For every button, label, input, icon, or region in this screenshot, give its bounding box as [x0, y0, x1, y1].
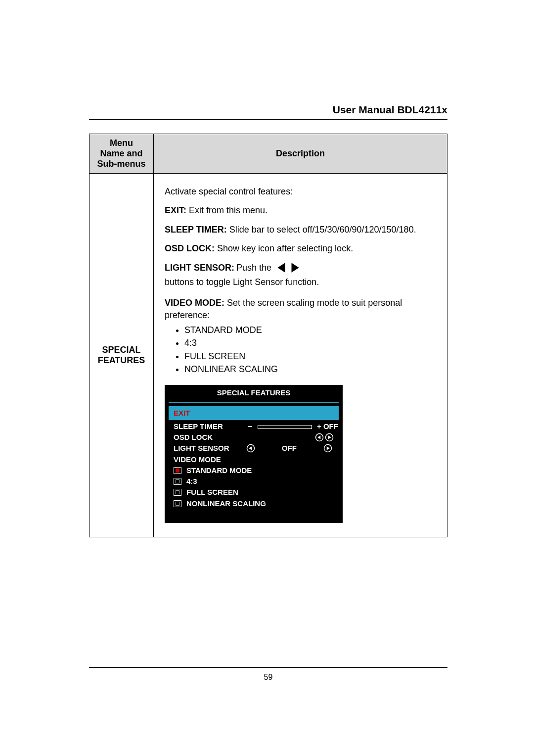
svg-marker-5: [328, 435, 331, 439]
circle-right-icon: [325, 433, 334, 442]
sleep-label: SLEEP TIMER:: [165, 225, 227, 235]
table-header-row: Menu Name and Sub-menus Description: [89, 134, 447, 174]
radio-unselected-icon: [174, 478, 181, 485]
osd-mode-43-row: 4:3: [169, 476, 339, 487]
radio-unselected-icon: [174, 500, 181, 507]
list-item: STANDARD MODE: [184, 324, 436, 337]
osd-lock-arrows: [310, 433, 334, 442]
osd-light-label: LIGHT SENSOR: [174, 443, 243, 453]
circle-left-icon: [245, 444, 257, 453]
page-footer: 59: [89, 667, 447, 682]
osd-mode-label: NONLINEAR SCALING: [186, 499, 266, 509]
list-item: FULL SCREEN: [184, 350, 436, 363]
menu-name-line: FEATURES: [94, 355, 148, 366]
osd-exit-row: EXIT: [169, 406, 339, 420]
col2-header: Description: [154, 134, 447, 174]
videomode-label: VIDEO MODE:: [165, 298, 224, 308]
osd-light-row: LIGHT SENSOR OFF: [169, 443, 339, 454]
lightsensor-line: LIGHT SENSOR: Push the buttons to toggle…: [165, 261, 436, 288]
exit-text: Exit from this menu.: [186, 205, 267, 215]
list-item: 4:3: [184, 337, 436, 350]
osdlock-text: Show key icon after selecting lock.: [215, 243, 353, 253]
header-rule: [89, 119, 447, 120]
osdlock-line: OSD LOCK: Show key icon after selecting …: [165, 242, 436, 254]
radio-unselected-icon: [174, 489, 181, 496]
osd-mode-label: STANDARD MODE: [186, 466, 252, 475]
table-row: SPECIAL FEATURES Activate special contro…: [89, 174, 447, 537]
sleep-line: SLEEP TIMER: Slide bar to select off/15/…: [165, 224, 436, 236]
intro-text: Activate special control features:: [165, 186, 436, 197]
videomode-line: VIDEO MODE: Set the screen scaling mode …: [165, 297, 436, 321]
osd-mode-label: 4:3: [186, 476, 197, 486]
osd-sleep-row: SLEEP TIMER − + OFF: [169, 421, 339, 432]
osd-mode-label: FULL SCREEN: [186, 487, 238, 497]
osd-lock-label: OSD LOCK: [174, 432, 243, 442]
col1-header-line: Name and: [94, 148, 148, 159]
osd-minus-icon: −: [244, 422, 257, 431]
triangle-left-icon: [275, 261, 288, 274]
osd-lock-row: OSD LOCK: [169, 432, 339, 443]
osd-mode-standard-row: STANDARD MODE: [169, 465, 339, 476]
description-cell: Activate special control features: EXIT:…: [154, 174, 447, 537]
menu-name-cell: SPECIAL FEATURES: [89, 174, 154, 537]
svg-marker-7: [249, 447, 252, 451]
svg-marker-0: [277, 263, 285, 273]
osd-panel: SPECIAL FEATURES EXIT SLEEP TIMER − + OF…: [165, 385, 343, 523]
col1-header-line: Sub-menus: [94, 159, 148, 169]
lightsensor-label: LIGHT SENSOR:: [165, 262, 234, 274]
page-header-title: User Manual BDL4211x: [89, 104, 447, 119]
svg-marker-3: [317, 435, 320, 439]
col1-header: Menu Name and Sub-menus: [89, 134, 154, 174]
videomode-bullets: STANDARD MODE 4:3 FULL SCREEN NONLINEAR …: [184, 324, 436, 376]
list-item: NONLINEAR SCALING: [184, 363, 436, 376]
slider-track-icon: [258, 425, 312, 429]
osdlock-label: OSD LOCK:: [165, 243, 215, 253]
page-number: 59: [89, 673, 447, 682]
lightsensor-post-text: buttons to toggle Light Sensor function.: [165, 276, 319, 288]
menu-name-line: SPECIAL: [94, 345, 148, 355]
osd-sleep-value: + OFF: [317, 422, 334, 431]
svg-marker-9: [327, 447, 330, 451]
osd-video-label: VIDEO MODE: [174, 455, 221, 465]
arrow-left-right-icons: [275, 261, 301, 274]
triangle-right-icon: [288, 261, 301, 274]
radio-selected-icon: [174, 467, 181, 474]
osd-sleep-label: SLEEP TIMER: [174, 422, 243, 431]
circle-right-icon: [322, 444, 334, 453]
osd-mode-full-row: FULL SCREEN: [169, 487, 339, 498]
footer-rule: [89, 667, 447, 668]
sleep-text: Slide bar to select off/15/30/60/90/120/…: [227, 225, 416, 235]
osd-title: SPECIAL FEATURES: [165, 385, 343, 401]
manual-page: User Manual BDL4211x Menu Name and Sub-m…: [0, 0, 534, 756]
osd-slider: [258, 422, 316, 431]
col1-header-line: Menu: [94, 138, 148, 148]
exit-line: EXIT: Exit from this menu.: [165, 204, 436, 216]
lightsensor-pre-text: Push the: [236, 262, 271, 274]
osd-separator: [169, 402, 339, 403]
osd-mode-nonlinear-row: NONLINEAR SCALING: [169, 498, 339, 509]
osd-video-row: VIDEO MODE: [169, 454, 339, 465]
exit-label: EXIT:: [165, 205, 186, 215]
features-table: Menu Name and Sub-menus Description SPEC…: [89, 134, 447, 537]
osd-light-value: OFF: [259, 443, 320, 453]
svg-marker-1: [292, 263, 299, 273]
circle-left-icon: [315, 433, 324, 442]
